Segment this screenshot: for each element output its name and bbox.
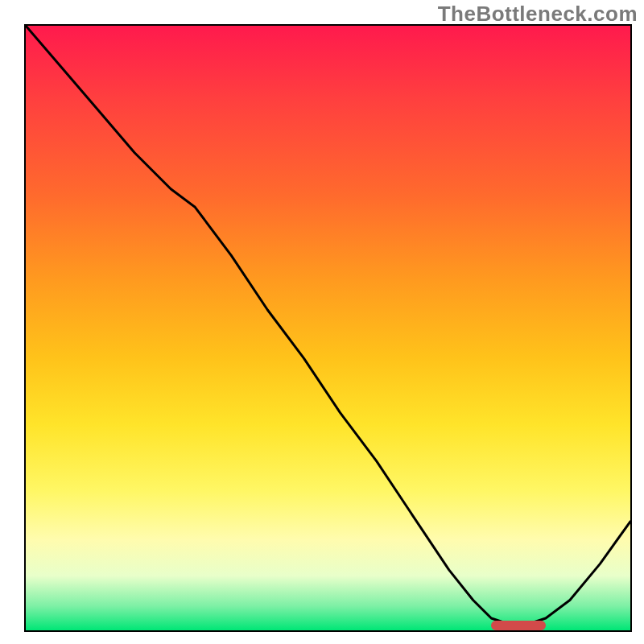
chart-stage: TheBottleneck.com: [0, 0, 644, 644]
watermark-text: TheBottleneck.com: [438, 2, 638, 27]
optimal-range-bar: [491, 621, 546, 630]
gradient-background: [26, 26, 630, 630]
plot-area: [24, 24, 632, 632]
